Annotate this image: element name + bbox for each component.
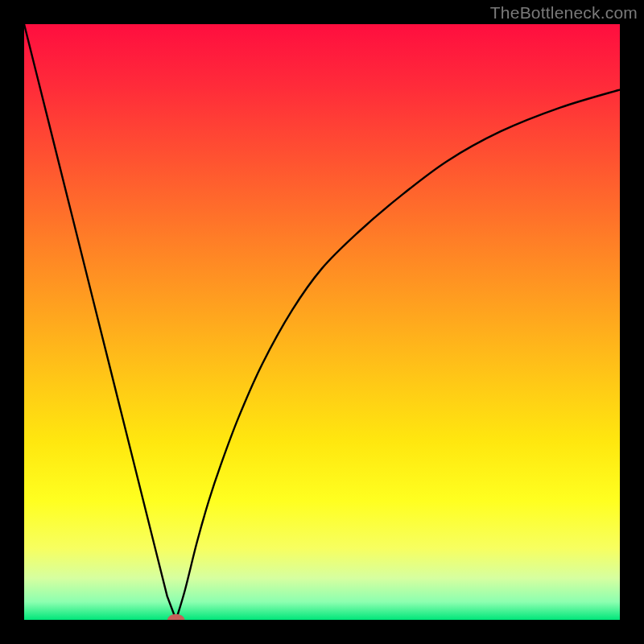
chart-svg	[24, 24, 620, 620]
background-gradient	[24, 24, 620, 620]
chart-frame: TheBottleneck.com	[0, 0, 644, 644]
watermark-text: TheBottleneck.com	[490, 3, 638, 23]
plot-area	[24, 24, 620, 620]
